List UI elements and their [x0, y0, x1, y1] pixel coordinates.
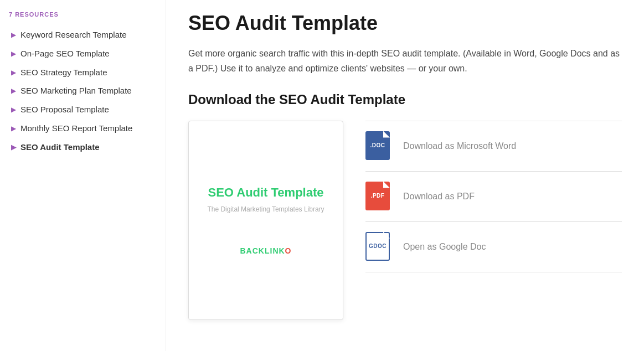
file-icon-pdf: .PDF	[365, 182, 392, 211]
chevron-icon: ▶	[11, 30, 16, 40]
chevron-icon: ▶	[11, 68, 16, 78]
sidebar-item-seo-proposal[interactable]: ▶SEO Proposal Template	[9, 100, 157, 119]
sidebar-item-label: SEO Proposal Template	[20, 104, 154, 116]
download-label-gdoc: Open as Google Doc	[403, 242, 486, 252]
download-row-pdf[interactable]: .PDFDownload as PDF	[365, 172, 622, 222]
download-options: .DOCDownload as Microsoft Word.PDFDownlo…	[365, 121, 622, 272]
sidebar-item-seo-strategy[interactable]: ▶SEO Strategy Template	[9, 63, 157, 82]
download-area: SEO Audit Template The Digital Marketing…	[188, 121, 622, 320]
chevron-icon: ▶	[11, 105, 16, 115]
preview-logo: BACKLINKO	[240, 246, 292, 255]
sidebar-item-label: On-Page SEO Template	[20, 48, 154, 60]
logo-o: O	[285, 246, 292, 255]
file-icon-gdoc: GDOC	[365, 232, 392, 262]
resources-label: 7 RESOURCES	[9, 11, 157, 18]
logo-text: BACKLINK	[240, 246, 285, 255]
template-preview: SEO Audit Template The Digital Marketing…	[188, 121, 343, 320]
sidebar-item-on-page-seo[interactable]: ▶On-Page SEO Template	[9, 44, 157, 63]
sidebar: 7 RESOURCES ▶Keyword Research Template▶O…	[0, 0, 166, 351]
sidebar-item-label: SEO Marketing Plan Template	[20, 85, 154, 97]
sidebar-item-label: Keyword Research Template	[20, 29, 154, 41]
download-label-word: Download as Microsoft Word	[403, 141, 516, 151]
file-type-label: .PDF	[371, 193, 385, 199]
download-row-word[interactable]: .DOCDownload as Microsoft Word	[365, 121, 622, 172]
sidebar-item-keyword-research[interactable]: ▶Keyword Research Template	[9, 25, 157, 44]
sidebar-item-seo-marketing-plan[interactable]: ▶SEO Marketing Plan Template	[9, 81, 157, 100]
download-section-title: Download the SEO Audit Template	[188, 92, 622, 107]
file-icon-doc: .DOC	[365, 131, 392, 161]
file-type-label: .DOC	[370, 142, 385, 148]
chevron-icon: ▶	[11, 143, 16, 152]
chevron-icon: ▶	[11, 86, 16, 96]
main-content: SEO Audit Template Get more organic sear…	[166, 0, 644, 351]
download-label-pdf: Download as PDF	[403, 192, 475, 202]
page-title: SEO Audit Template	[188, 11, 622, 35]
preview-title: SEO Audit Template	[208, 185, 323, 201]
sidebar-items-list: ▶Keyword Research Template▶On-Page SEO T…	[9, 25, 157, 156]
preview-subtitle: The Digital Marketing Templates Library	[207, 205, 324, 213]
file-type-label: GDOC	[369, 243, 387, 249]
sidebar-item-label: SEO Audit Template	[20, 141, 154, 153]
sidebar-item-seo-audit[interactable]: ▶SEO Audit Template	[9, 138, 157, 157]
chevron-icon: ▶	[11, 124, 16, 133]
sidebar-item-label: Monthly SEO Report Template	[20, 122, 154, 135]
sidebar-item-label: SEO Strategy Template	[20, 66, 154, 79]
download-row-gdoc[interactable]: GDOCOpen as Google Doc	[365, 222, 622, 272]
description-text: Get more organic search traffic with thi…	[188, 46, 620, 76]
sidebar-item-monthly-seo-report[interactable]: ▶Monthly SEO Report Template	[9, 119, 157, 138]
chevron-icon: ▶	[11, 49, 16, 59]
